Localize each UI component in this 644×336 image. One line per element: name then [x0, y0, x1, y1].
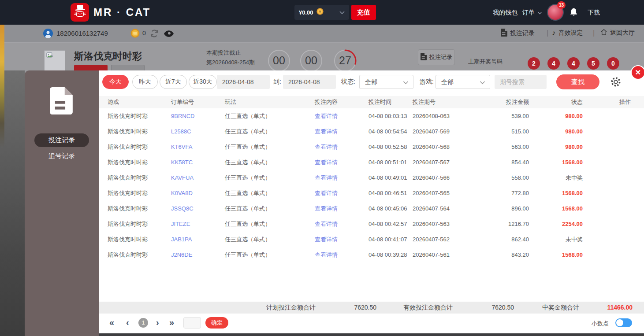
first-page-button[interactable]: «: [109, 318, 114, 328]
view-details-link[interactable]: 查看详情: [315, 112, 369, 120]
cell-bet-amount: 772.80: [480, 190, 529, 196]
eye-icon[interactable]: [164, 30, 174, 39]
game-select-value: 全部: [441, 78, 454, 85]
cell-game: 斯洛伐克时时彩: [108, 128, 171, 136]
order-number-link[interactable]: KAVFUA: [171, 174, 225, 181]
gear-icon[interactable]: [610, 76, 622, 89]
view-details-link[interactable]: 查看详情: [315, 205, 369, 213]
cell-status: 1568.00: [529, 251, 583, 258]
brand-logo[interactable]: [71, 3, 89, 22]
quick-filter-1[interactable]: 昨天: [132, 75, 158, 89]
close-icon[interactable]: ×: [631, 65, 644, 80]
quick-filter-2[interactable]: 近7天: [160, 75, 187, 89]
cell-bet-time: 04-08 00:42:57: [369, 221, 413, 227]
nav-download[interactable]: 下载: [588, 9, 600, 17]
view-details-link[interactable]: 查看详情: [315, 220, 369, 228]
next-page-button[interactable]: ›: [156, 318, 159, 328]
table-row: 斯洛伐克时时彩J2N6DE任三直选（单式）查看详情04-08 00:39:282…: [99, 247, 644, 262]
sidebar-item-bet-records[interactable]: 投注记录: [34, 133, 89, 147]
view-details-link[interactable]: 查看详情: [315, 174, 369, 182]
cell-bet-time: 04-08 00:41:07: [369, 236, 413, 243]
cat-logo-icon: [72, 4, 87, 21]
chevron-down-icon: [538, 12, 542, 15]
view-details-link[interactable]: 查看详情: [315, 236, 369, 244]
nav-my-wallet[interactable]: 我的钱包: [493, 9, 517, 17]
decimal-toggle[interactable]: [615, 318, 632, 327]
order-number-link[interactable]: JSSQ8C: [171, 205, 225, 212]
game-tab-active[interactable]: [74, 65, 108, 70]
cell-game: 斯洛伐克时时彩: [108, 112, 171, 120]
nav-orders[interactable]: 订单: [522, 9, 542, 17]
order-number-link[interactable]: JAB1PA: [171, 236, 225, 243]
quick-filter-3[interactable]: 近30天: [189, 75, 217, 89]
bell-icon[interactable]: [570, 7, 578, 17]
deadline-label: 本期投注截止: [206, 49, 241, 57]
view-details-link[interactable]: 查看详情: [315, 189, 369, 197]
period-search-input[interactable]: [495, 75, 547, 89]
table-row: 斯洛伐克时时彩JAB1PA任三直选（单式）查看详情04-08 00:41:072…: [99, 232, 644, 247]
document-icon: [501, 29, 507, 38]
userbar-back-lobby[interactable]: 返回大厅: [600, 29, 635, 37]
userbar-sound-settings[interactable]: ♪ 音效设定: [552, 29, 583, 37]
last-page-button[interactable]: »: [169, 318, 174, 328]
cell-bet-period: 20260407-568: [413, 144, 480, 150]
view-details-link[interactable]: 查看详情: [315, 159, 369, 166]
countdown-hours: 00: [268, 49, 290, 72]
page: MR · CAT ¥0.00 ¥ 充值 我的钱包 订单 13 下载 182060…: [0, 0, 644, 336]
date-from-input[interactable]: 2026-04-08: [217, 75, 270, 89]
page-jump-input[interactable]: [183, 317, 201, 329]
search-button[interactable]: 查找: [556, 74, 599, 89]
view-details-link[interactable]: 查看详情: [315, 128, 369, 136]
decimal-toggle-label: 小数点: [592, 320, 609, 328]
order-number-link[interactable]: KK58TC: [171, 159, 225, 166]
music-note-icon: ♪: [552, 29, 556, 37]
user-circle-icon: [43, 29, 53, 40]
cell-game: 斯洛伐克时时彩: [108, 251, 171, 259]
cell-bet-time: 04-08 00:54:54: [369, 128, 413, 135]
table-row: 斯洛伐克时时彩KK58TC任三直选（单式）查看详情04-08 00:51:012…: [99, 155, 644, 170]
cell-game: 斯洛伐克时时彩: [108, 174, 171, 182]
view-details-link[interactable]: 查看详情: [315, 251, 369, 259]
order-number-link[interactable]: KT6VFA: [171, 144, 225, 150]
order-number-link[interactable]: L2588C: [171, 128, 225, 135]
game-thumbnail: [44, 50, 65, 71]
page-confirm-button[interactable]: 确定: [205, 317, 228, 329]
dimmed-background: [99, 333, 644, 336]
table-row: 斯洛伐克时时彩KAVFUA任三直选（单式）查看详情04-08 00:49:012…: [99, 170, 644, 185]
cell-play-type: 任三直选（单式）: [225, 220, 315, 228]
cell-play-type: 任三直选（单式）: [225, 251, 315, 259]
recharge-button[interactable]: 充值: [351, 5, 376, 20]
win-total-label: 中奖金额合计: [542, 302, 579, 314]
order-number-link[interactable]: J2N6DE: [171, 251, 225, 258]
userbar-back-lobby-label: 返回大厅: [610, 29, 635, 37]
game-bet-records-button[interactable]: 投注记录: [418, 49, 455, 65]
cell-bet-amount: 563.00: [480, 144, 529, 150]
cell-bet-time: 04-08 00:46:51: [369, 190, 413, 196]
order-number-link[interactable]: 9BRNCD: [171, 113, 225, 119]
game-select[interactable]: 全部: [436, 75, 490, 89]
game-tab-inactive[interactable]: [111, 65, 145, 70]
cell-game: 斯洛伐克时时彩: [108, 189, 171, 197]
userbar-bet-records[interactable]: 投注记录: [501, 29, 535, 38]
cell-status: 未中奖: [529, 174, 583, 182]
status-select[interactable]: 全部: [359, 75, 413, 89]
wallet-dropdown[interactable]: ¥0.00 ¥: [294, 5, 349, 20]
table-row: 斯洛伐克时时彩KT6VFA任三直选（单式）查看详情04-08 00:52:582…: [99, 139, 644, 155]
cell-bet-time: 04-08 00:45:06: [369, 205, 413, 212]
cell-status: 1568.00: [529, 159, 583, 166]
view-details-link[interactable]: 查看详情: [315, 143, 369, 151]
cell-bet-period: 20260407-565: [413, 190, 480, 196]
table-row: 斯洛伐克时时彩9BRNCD任三直选（单式）查看详情04-08 08:03:132…: [99, 108, 644, 124]
quick-filter-0[interactable]: 今天: [102, 75, 129, 89]
order-number-link[interactable]: JITEZE: [171, 221, 225, 227]
date-to-input[interactable]: 2026-04-08: [283, 75, 336, 89]
column-header: 游戏: [108, 98, 171, 106]
refresh-icon[interactable]: [150, 29, 159, 40]
records-document-icon: [50, 87, 73, 116]
prev-page-button[interactable]: ‹: [126, 318, 129, 328]
sidebar-item-chase-records[interactable]: 追号记录: [25, 152, 99, 160]
valid-total-value: 7620.50: [470, 302, 514, 314]
wallet-balance: ¥0.00: [299, 9, 313, 16]
cell-play-type: 任三直选（单式）: [225, 174, 315, 182]
order-number-link[interactable]: K0VA8D: [171, 190, 225, 196]
